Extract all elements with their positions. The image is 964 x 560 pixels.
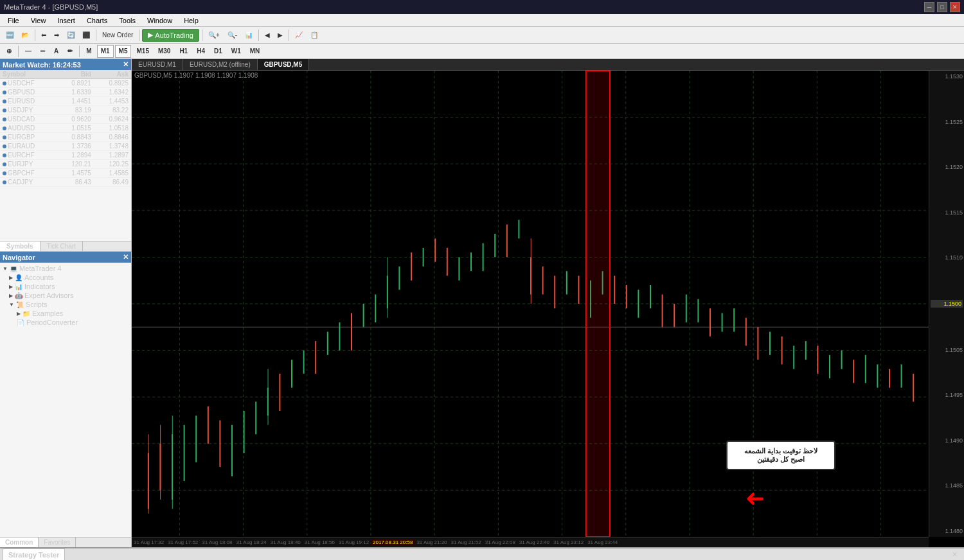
market-watch-row[interactable]: USDJPY 83.19 83.22 bbox=[0, 106, 131, 115]
menu-insert[interactable]: Insert bbox=[52, 15, 80, 26]
tf-m30[interactable]: M30 bbox=[154, 45, 174, 58]
tree-examples[interactable]: ▶ 📁 Examples bbox=[1, 309, 130, 318]
refresh-btn[interactable]: 🔄 bbox=[64, 28, 78, 42]
close-button[interactable]: ✕ bbox=[950, 2, 960, 12]
left-panel: Market Watch: 16:24:53 ✕ Symbol Bid Ask bbox=[0, 59, 132, 547]
new-btn[interactable]: 🆕 bbox=[3, 28, 17, 42]
tf-m5[interactable]: M5 bbox=[115, 45, 132, 58]
menubar: File View Insert Charts Tools Window Hel… bbox=[0, 14, 964, 27]
chart-info: GBPUSD,M5 1.1907 1.1908 1.1907 1.1908 bbox=[134, 72, 258, 79]
svg-rect-38 bbox=[291, 360, 292, 388]
market-watch-row[interactable]: EURCHF 1.2894 1.2897 bbox=[0, 151, 131, 160]
menu-help[interactable]: Help bbox=[179, 15, 204, 26]
chart-tab-eurusd-m2[interactable]: EURUSD,M2 (offline) bbox=[183, 59, 258, 70]
time-8: 31 Aug 21:20 bbox=[415, 539, 449, 545]
market-watch-row[interactable]: AUDUSD 1.0515 1.0518 bbox=[0, 124, 131, 133]
market-watch-row[interactable]: USDCAD 0.9620 0.9624 bbox=[0, 115, 131, 124]
maximize-button[interactable]: □ bbox=[937, 2, 947, 12]
menu-window[interactable]: Window bbox=[142, 15, 177, 26]
tf-cursor-btn[interactable]: ⊕ bbox=[3, 45, 15, 58]
market-watch-row[interactable]: EURGBP 0.8843 0.8846 bbox=[0, 133, 131, 142]
market-watch-row[interactable]: GBPUSD 1.6339 1.6342 bbox=[0, 88, 131, 97]
mw-ask: 120.25 bbox=[94, 160, 131, 169]
tf-h1[interactable]: H1 bbox=[175, 45, 192, 58]
tree-period-converter[interactable]: 📄 PeriodConverter bbox=[1, 318, 130, 327]
market-watch-table: Symbol Bid Ask USDCHF 0.8921 0.8925 GBPU… bbox=[0, 70, 131, 241]
market-watch-row[interactable]: EURJPY 120.21 120.25 bbox=[0, 160, 131, 169]
tree-expert-advisors[interactable]: ▶ 🤖 Expert Advisors bbox=[1, 291, 130, 300]
forward-btn[interactable]: ➡ bbox=[51, 28, 62, 42]
tree-metatrader4[interactable]: ▼ 💻 MetaTrader 4 bbox=[1, 264, 130, 273]
svg-rect-90 bbox=[877, 364, 878, 387]
scroll-left-btn[interactable]: ◀ bbox=[262, 28, 273, 42]
tf-m1[interactable]: M1 bbox=[97, 45, 114, 58]
tf-mn[interactable]: MN bbox=[246, 45, 264, 58]
tf-m15[interactable]: M15 bbox=[132, 45, 152, 58]
tf-hline-btn[interactable]: ═ bbox=[37, 45, 49, 58]
svg-rect-92 bbox=[901, 364, 902, 387]
annotation-line2: اصبح كل دقيقتين bbox=[735, 455, 826, 464]
tf-w1[interactable]: W1 bbox=[228, 45, 245, 58]
new-order-btn[interactable]: New Order bbox=[99, 28, 136, 42]
market-watch-row[interactable]: EURAUD 1.3736 1.3748 bbox=[0, 142, 131, 151]
nav-tab-common[interactable]: Common bbox=[0, 538, 39, 547]
market-watch-row[interactable]: CADJPY 86.43 86.49 bbox=[0, 178, 131, 187]
stop-btn[interactable]: ⬛ bbox=[79, 28, 93, 42]
indicator-btn[interactable]: 📈 bbox=[292, 28, 306, 42]
svg-rect-51 bbox=[434, 238, 436, 261]
folder-icon: 💻 bbox=[10, 265, 17, 272]
tf-draw-btn[interactable]: ✏ bbox=[64, 45, 76, 58]
st-close-icon[interactable]: ✕ bbox=[948, 550, 961, 559]
zoom-in-btn[interactable]: 🔍+ bbox=[205, 28, 223, 42]
open-btn[interactable]: 📂 bbox=[18, 28, 32, 42]
mw-symbol: EURGBP bbox=[0, 133, 57, 142]
scroll-right-btn[interactable]: ▶ bbox=[274, 28, 286, 42]
market-watch-title: Market Watch: 16:24:53 bbox=[3, 61, 81, 69]
svg-rect-73 bbox=[674, 304, 675, 327]
tree-scripts[interactable]: ▼ 📜 Scripts bbox=[1, 300, 130, 309]
tf-line-btn[interactable]: — bbox=[21, 45, 35, 58]
autotrading-icon: ▶ bbox=[148, 31, 153, 39]
svg-rect-55 bbox=[483, 243, 484, 272]
menu-file[interactable]: File bbox=[3, 15, 24, 26]
menu-charts[interactable]: Charts bbox=[82, 15, 112, 26]
market-watch-row[interactable]: GBPCHF 1.4575 1.4585 bbox=[0, 169, 131, 178]
template-btn[interactable]: 📋 bbox=[307, 28, 321, 42]
menu-view[interactable]: View bbox=[26, 15, 51, 26]
tree-arrow-mt4: ▼ bbox=[3, 266, 8, 272]
svg-rect-77 bbox=[722, 313, 723, 332]
chart-tab-gbpusd-m5[interactable]: GBPUSD,M5 bbox=[258, 59, 309, 70]
market-watch-close-icon[interactable]: ✕ bbox=[123, 60, 129, 69]
mw-tab-symbols[interactable]: Symbols bbox=[0, 241, 40, 251]
nav-tab-favorites[interactable]: Favorites bbox=[39, 538, 76, 547]
tf-d1[interactable]: D1 bbox=[210, 45, 226, 58]
autotrading-btn[interactable]: ▶ AutoTrading bbox=[142, 29, 199, 42]
time-12: 31 Aug 23:12 bbox=[551, 539, 585, 545]
chart-btn[interactable]: 📊 bbox=[242, 28, 256, 42]
navigator-close-icon[interactable]: ✕ bbox=[123, 253, 129, 261]
back-btn[interactable]: ⬅ bbox=[38, 28, 49, 42]
mw-bid: 1.0515 bbox=[57, 124, 94, 133]
tf-h4[interactable]: H4 bbox=[193, 45, 209, 58]
chart-tab-eurusd-m1[interactable]: EURUSD,M1 bbox=[132, 59, 183, 70]
market-watch-row[interactable]: EURUSD 1.4451 1.4453 bbox=[0, 97, 131, 106]
time-3: 31 Aug 18:08 bbox=[200, 539, 234, 545]
svg-rect-68 bbox=[626, 285, 627, 308]
time-10: 31 Aug 22:08 bbox=[483, 539, 517, 545]
menu-tools[interactable]: Tools bbox=[114, 15, 141, 26]
tf-text-btn[interactable]: A bbox=[50, 45, 62, 58]
tree-accounts[interactable]: ▶ 👤 Accounts bbox=[1, 273, 130, 282]
zoom-out-btn[interactable]: 🔍- bbox=[224, 28, 240, 42]
tf-m[interactable]: M bbox=[82, 45, 95, 58]
tree-label-examples: Examples bbox=[32, 310, 63, 317]
price-1490: 1.1490 bbox=[931, 437, 963, 444]
mw-tab-tick[interactable]: Tick Chart bbox=[40, 241, 83, 251]
minimize-button[interactable]: ─ bbox=[924, 2, 934, 12]
tree-indicators[interactable]: ▶ 📊 Indicators bbox=[1, 282, 130, 291]
svg-rect-40 bbox=[315, 341, 316, 374]
annotation-line1: لاحظ توقيت بداية الشمعه bbox=[735, 447, 826, 455]
market-watch-row[interactable]: USDCHF 0.8921 0.8925 bbox=[0, 79, 131, 88]
svg-rect-91 bbox=[889, 369, 890, 388]
svg-rect-93 bbox=[913, 374, 914, 402]
svg-rect-79 bbox=[745, 318, 747, 346]
